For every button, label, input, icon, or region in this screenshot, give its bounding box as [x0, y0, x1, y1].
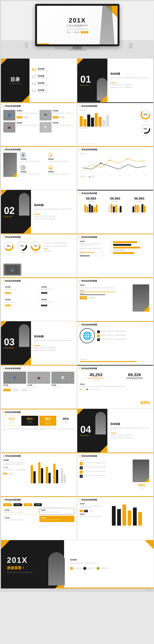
svg-rect-38	[111, 204, 112, 212]
svg-text:72%: 72%	[34, 245, 37, 247]
final-desc: 感谢您花时间观看此演示，欢迎提问和讨论产品。	[70, 562, 148, 564]
svg-rect-66	[61, 468, 63, 484]
toc-item-4: 04 添加标题 请在此输入文字内容	[32, 88, 74, 93]
monitor: 201X 工作汇报通用PPT Annual General Work Repor…	[32, 4, 122, 55]
part-02-slide: 02 Part two 添加标题 请在此输入您的文字内容，此模板供您参考使用，请…	[1, 190, 77, 234]
pct-slide-1: 单击此处添加标题 🌐 01 请在此输入您的文字内容，此模板供您参考使用 02 请…	[77, 321, 153, 365]
svg-rect-58	[31, 465, 33, 484]
svg-text:Jan: Jan	[83, 175, 84, 176]
svg-text:53%: 53%	[144, 128, 147, 130]
svg-rect-3	[91, 118, 94, 127]
hbar-slide: 单击此处添加标题 添加标题 请在此输入您的文字内容，此模板供您参考使用，请在此输…	[77, 234, 153, 277]
text-highlight-slide: 单击此处添加标题 添加标题 01 请在此输入您的文字内容，此模板供您参考使用 0…	[77, 452, 153, 496]
svg-rect-4	[95, 113, 98, 127]
author-label: 汇报人：	[66, 31, 72, 33]
svg-rect-60	[38, 462, 40, 484]
person-text-slide: 单击此处添加标题 添加标题 请在此输入您的文字内容，此模板供您参考使用，请在此输…	[77, 278, 153, 321]
svg-rect-59	[33, 471, 36, 484]
svg-rect-65	[56, 470, 58, 484]
svg-rect-31	[84, 205, 86, 212]
image-grid-slide: 单击此处添加标题 👤 添加标题 请在此输入您的文字 💼 添加标题 请在此输入您的…	[1, 365, 77, 408]
svg-rect-73	[133, 508, 137, 526]
svg-rect-39	[113, 206, 115, 212]
cover-title: 工作汇报通用PPT	[66, 24, 88, 28]
svg-text:C: C	[124, 527, 125, 528]
svg-text:58%: 58%	[7, 245, 10, 247]
big-numbers-slide: 单击此处添加标题 56,963 添加副标题	[77, 190, 153, 234]
two-stats-slide: 单击此处添加标题 45,253 添加副标题 69,326 添加副标题 添加标题 …	[77, 365, 153, 408]
part-01-slide: 01 Part one 添加标题 请在此输入您的文字内容，此模板供您参考使用，请…	[77, 58, 153, 102]
feature-slide-1: 单击此处添加标题 👤 添加标题 请在此输入您的文字内容，此模板供您参考使用 添加…	[1, 102, 77, 146]
final-slide: 201X 谢谢观看！ Annual General Work Reporting…	[1, 540, 154, 588]
svg-text:Jul: Jul	[137, 175, 138, 176]
svg-text:Mar: Mar	[101, 175, 103, 176]
cover-slide: 201X 工作汇报通用PPT Annual General Work Repor…	[1, 1, 154, 58]
svg-rect-71	[122, 504, 126, 526]
toc-item-1: 01 添加标题 请在此输入文字内容	[32, 67, 74, 72]
svg-text:E: E	[135, 527, 135, 528]
svg-rect-32	[87, 206, 88, 212]
toc-en: CONTENTS	[9, 83, 21, 84]
svg-rect-33	[89, 204, 91, 212]
svg-rect-6	[102, 120, 105, 127]
author-name: 某某某某	[74, 31, 79, 33]
svg-rect-37	[108, 206, 110, 212]
svg-text:Jun: Jun	[128, 175, 130, 176]
toc-slide: 目录 CONTENTS 01 添加标题 请在此输入文字内容 02 添加标题	[1, 58, 77, 102]
svg-text:Feb: Feb	[92, 175, 93, 176]
cards-slide: 单击此处添加标题 添加标题 请在此输入您的文字内容 添加标题 添加标题 请在此输…	[1, 278, 77, 321]
svg-rect-47	[142, 204, 143, 212]
process-slide: 单击此处添加标题 添加标题 添加标题 添加标题	[1, 496, 77, 540]
watermark: 09140912	[147, 56, 153, 58]
svg-rect-41	[117, 208, 119, 212]
cover-subtitle: Annual General Work Reporting	[66, 28, 88, 30]
svg-text:A: A	[113, 527, 114, 528]
svg-rect-61	[41, 468, 43, 484]
svg-rect-74	[138, 512, 142, 526]
part-04-title: 添加标题	[110, 422, 150, 426]
svg-rect-42	[120, 206, 122, 212]
svg-rect-72	[128, 510, 131, 526]
toc-item-2: 02 添加标题 请在此输入文字内容	[32, 74, 74, 79]
slide-title-1: 单击此处添加标题	[3, 105, 74, 108]
final-bar-slide: 单击此处添加标题 添加标题 请在此输入您的文字内容，此模板供您参考使用，请在此输…	[77, 496, 153, 540]
part-01-desc: 请在此输入您的文字内容，此模板供您参考使用，请在此输入您的文字内容。	[110, 77, 150, 81]
part-02-title: 添加标题	[34, 204, 74, 207]
bottom-watermark: 09140912	[0, 589, 154, 592]
part-01-title: 添加标题	[110, 72, 150, 76]
svg-rect-35	[93, 207, 95, 212]
svg-point-20	[109, 160, 110, 161]
svg-rect-48	[144, 206, 146, 212]
chart-slide-1: 单击此处添加标题 添加副标题	[77, 102, 153, 146]
svg-text:47%: 47%	[20, 245, 24, 247]
svg-rect-7	[106, 115, 109, 127]
svg-rect-36	[96, 204, 97, 212]
svg-rect-69	[112, 506, 116, 526]
line-chart-slide: 单击此处添加标题 添加副标题	[77, 146, 153, 190]
part-04-slide: 04 Part four 添加标题 请在此输入您的文字内容，此模板供您参考使用，…	[77, 409, 153, 452]
part-03-title: 添加标题	[34, 335, 74, 338]
grouped-bar-slide: 单击此处添加标题 添加标题 请在此输入您的文字内容，此模板供您参考使用，请在此输…	[1, 452, 77, 496]
svg-rect-44	[135, 204, 137, 212]
svg-rect-46	[139, 207, 141, 212]
svg-rect-40	[115, 205, 117, 212]
svg-rect-34	[91, 206, 93, 212]
svg-point-21	[127, 158, 128, 159]
part-03-slide: 03 Part three 添加标题 请在此输入您的文字内容，此模板供您参考使用…	[1, 321, 77, 365]
svg-rect-62	[46, 467, 48, 484]
svg-rect-67	[64, 474, 66, 484]
svg-rect-63	[48, 473, 51, 484]
svg-rect-45	[137, 205, 139, 212]
svg-text:May: May	[119, 175, 121, 176]
svg-rect-5	[98, 117, 101, 127]
svg-text:Aug: Aug	[144, 175, 146, 176]
svg-text:D: D	[129, 527, 130, 528]
svg-rect-43	[133, 206, 134, 212]
toc-title: 目录	[10, 76, 20, 83]
date-badge: 2019-01	[81, 31, 88, 33]
svg-rect-64	[53, 464, 56, 484]
svg-text:87%: 87%	[144, 114, 147, 116]
svg-text:F: F	[140, 527, 140, 528]
svg-text:Apr: Apr	[110, 175, 112, 176]
svg-rect-0	[80, 116, 83, 127]
